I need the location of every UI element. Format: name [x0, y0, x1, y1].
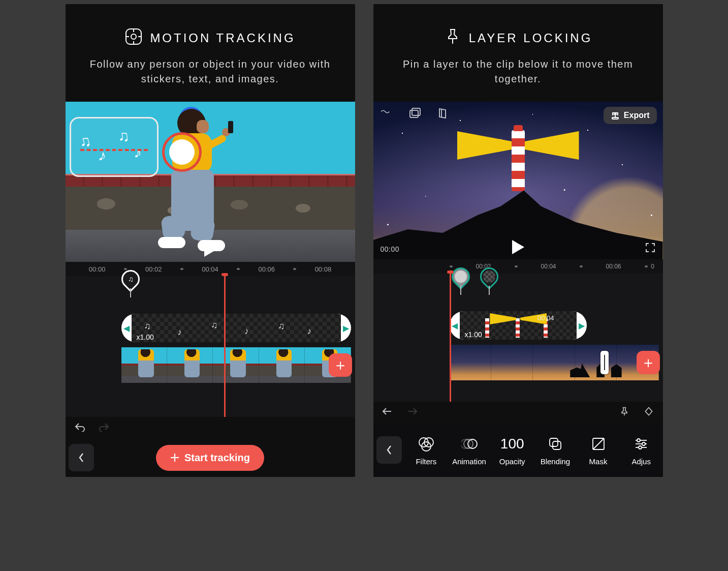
svg-rect-10: [412, 108, 420, 115]
export-label: Export: [624, 111, 650, 120]
tool-filters[interactable]: Filters: [405, 435, 448, 466]
video-preview[interactable]: ♫ ♪ ♫ ♪: [66, 102, 355, 262]
clip-speed: x1.00: [465, 330, 482, 339]
clip-split-handle[interactable]: [600, 351, 609, 374]
tool-label: Filters: [416, 457, 436, 466]
ruler-tick: 00:04: [518, 263, 580, 270]
tool-blending[interactable]: Blending: [534, 435, 577, 466]
clip-handle-left[interactable]: ◀: [450, 311, 460, 340]
play-icon[interactable]: [204, 243, 216, 257]
history-bar: [66, 417, 355, 438]
tool-label: Mask: [589, 457, 608, 466]
clip-handle-left[interactable]: ◀: [121, 314, 132, 342]
overlay-clip[interactable]: ◀ 00:04 ▶ x1.00: [450, 311, 587, 340]
tool-mask[interactable]: Mask: [577, 435, 620, 466]
filters-icon: [418, 435, 435, 453]
back-button[interactable]: [376, 436, 402, 464]
feature-title: LAYER LOCKING: [469, 31, 593, 45]
opacity-value: 100: [500, 435, 524, 453]
svg-point-23: [637, 439, 640, 442]
pin-layer-button[interactable]: [618, 406, 630, 418]
svg-point-27: [639, 446, 642, 449]
export-button[interactable]: Export: [604, 107, 657, 124]
adjust-icon: [634, 435, 648, 453]
clip-speed: x1.00: [137, 333, 154, 341]
animation-icon: [461, 435, 478, 453]
pin-icon: [444, 27, 462, 49]
preview-timecode: 00:00: [381, 245, 400, 253]
svg-rect-19: [553, 441, 561, 449]
ruler-tick: 00:06: [583, 263, 645, 270]
action-bar: Start tracking: [66, 438, 355, 477]
music-note-icon: ♪: [133, 143, 142, 161]
tracking-target[interactable]: [162, 132, 202, 172]
clip-handle-right[interactable]: ▶: [577, 311, 587, 340]
play-icon[interactable]: [512, 240, 524, 254]
undo-button[interactable]: [74, 422, 86, 434]
music-note-icon: ♫: [117, 127, 130, 145]
clip-handle-right[interactable]: ▶: [341, 314, 351, 342]
redo-button[interactable]: [406, 406, 418, 418]
tool-adjust[interactable]: Adjus: [620, 435, 663, 466]
blending-icon: [548, 435, 563, 453]
tool-label: Opacity: [499, 457, 525, 466]
target-icon: [124, 27, 143, 49]
start-tracking-button[interactable]: Start tracking: [156, 445, 264, 471]
tool-label: Animation: [452, 457, 486, 466]
sticker-overlay[interactable]: ♫ ♪ ♫ ♪: [70, 117, 159, 177]
music-note-icon: ♪: [97, 146, 108, 165]
ruler-tick: 00:04: [183, 265, 237, 273]
svg-point-15: [468, 439, 477, 448]
overlay-clip[interactable]: ◀ ♫♪♫ ♪♫♪ ▶ x1.00: [121, 314, 351, 342]
media-icon[interactable]: [408, 107, 421, 122]
tool-label: Adjus: [631, 457, 651, 466]
svg-point-25: [642, 442, 645, 445]
redo-button[interactable]: [98, 422, 110, 434]
tool-label: Blending: [541, 457, 570, 466]
feature-header: LAYER LOCKING Pin a layer to the clip be…: [373, 4, 663, 102]
feature-title-row: LAYER LOCKING: [444, 27, 593, 49]
layers-icon[interactable]: [436, 107, 450, 122]
ruler-tick: 00:08: [296, 265, 350, 273]
keyframe-button[interactable]: [643, 406, 655, 418]
panel-motion-tracking: MOTION TRACKING Follow any person or obj…: [66, 4, 355, 477]
panel-layer-locking: LAYER LOCKING Pin a layer to the clip be…: [373, 4, 663, 477]
lighthouse-overlay: [512, 130, 525, 191]
fullscreen-icon[interactable]: [645, 242, 656, 253]
tool-row: Filters Animation 100 Opacity Blending: [373, 423, 663, 477]
svg-rect-11: [612, 117, 618, 119]
feature-title-row: MOTION TRACKING: [124, 27, 295, 49]
add-clip-button[interactable]: ＋: [329, 353, 352, 377]
music-note-icon: ♫: [77, 132, 92, 151]
feature-subtitle: Follow any person or object in your vide…: [84, 57, 337, 86]
timeline-ruler[interactable]: 00:00 00:02 00:04 00:06 00:08: [66, 262, 355, 276]
tool-animation[interactable]: Animation: [448, 435, 491, 466]
svg-rect-9: [410, 110, 418, 117]
project-icon[interactable]: [379, 107, 393, 122]
tool-opacity[interactable]: 100 Opacity: [491, 435, 534, 466]
undo-button[interactable]: [382, 406, 394, 418]
feature-header: MOTION TRACKING Follow any person or obj…: [66, 4, 355, 102]
video-track[interactable]: ＋: [121, 347, 351, 383]
preview-toolbar: [379, 107, 450, 122]
feature-subtitle: Pin a layer to the clip below it to move…: [392, 57, 645, 86]
video-track[interactable]: ＋: [450, 345, 659, 380]
ruler-tick: 00:06: [240, 265, 293, 273]
start-tracking-label: Start tracking: [184, 452, 250, 464]
back-button[interactable]: [69, 444, 94, 471]
timeline-tracks[interactable]: ♫ ◀ ♫♪♫ ♪♫♪ ▶ x1.00 ＋: [66, 276, 355, 417]
clip-timecode: 00:04: [537, 314, 554, 322]
feature-title: MOTION TRACKING: [150, 31, 295, 45]
ruler-tick: 00:00: [71, 265, 124, 273]
timeline-ruler[interactable]: 00:02 00:04 00:06 0: [373, 259, 663, 274]
mask-icon: [591, 435, 606, 453]
history-bar: [373, 402, 663, 423]
subject-person: [157, 109, 243, 254]
svg-rect-18: [550, 438, 558, 446]
timeline-tracks[interactable]: ◀ 00:04 ▶ x1.00 ＋: [373, 274, 663, 402]
ruler-tick: 0: [648, 263, 658, 270]
svg-line-21: [593, 438, 604, 449]
add-clip-button[interactable]: ＋: [637, 351, 660, 374]
video-preview[interactable]: Export 00:00: [373, 102, 663, 259]
svg-point-1: [131, 34, 136, 39]
